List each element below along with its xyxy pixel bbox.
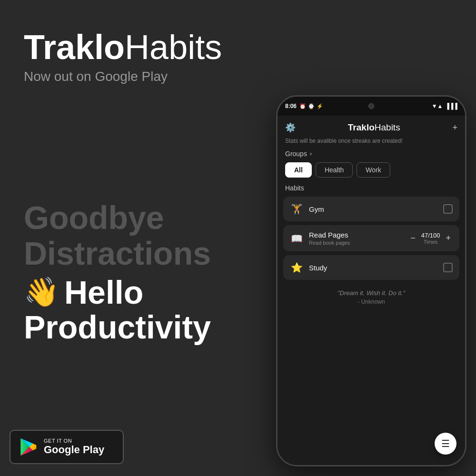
filter-all[interactable]: All [285, 162, 312, 178]
headline-section: TrakloHabits Now out on Google Play [24, 29, 222, 84]
phone-mockup: 8:06 ⏰ ⌚ ⚡ ▼▲ ▐▐▐ ⚙️ TrakloHabits + [276, 95, 466, 466]
camera-dot [368, 103, 374, 109]
status-bar: 8:06 ⏰ ⌚ ⚡ ▼▲ ▐▐▐ [278, 97, 465, 116]
quote-text: "Dream it. Wish it. Do it." [285, 289, 457, 297]
get-it-on-label: GET IT ON [44, 438, 104, 444]
fab-icon: ☰ [441, 438, 450, 449]
productivity-text: Productivity [24, 308, 211, 346]
read-pages-name: Read Pages [309, 231, 403, 239]
current-value: 47 [421, 232, 428, 239]
bolt-icon: ⚡ [317, 103, 323, 109]
habit-gym-name: Gym [309, 205, 437, 213]
stats-notice: Stats will be avalible once streaks are … [278, 138, 465, 150]
status-right-icons: ▼▲ ▐▐▐ [432, 103, 457, 109]
total-value: 100 [430, 232, 440, 239]
phone-outer: 8:06 ⏰ ⌚ ⚡ ▼▲ ▐▐▐ ⚙️ TrakloHabits + [276, 95, 466, 466]
filter-health[interactable]: Health [316, 162, 353, 178]
counter-controls: − 47/100 Times + [408, 232, 453, 245]
goodbye-line2: Distractions [24, 236, 211, 271]
hello-row: 👋 Hello [24, 274, 211, 311]
counter-times: Times [421, 239, 440, 245]
groups-label: Groups [285, 150, 307, 158]
quote-section: "Dream it. Wish it. Do it." - Unknown [278, 289, 465, 305]
status-time: 8:06 [285, 103, 297, 109]
app-content: ⚙️ TrakloHabits + Stats will be avalible… [278, 116, 465, 465]
app-title-bold: Traklo [24, 28, 125, 66]
timer-icon: ⌚ [308, 103, 315, 109]
habit-read-pages: 📖 Read Pages Read book pages − 47/100 Ti… [283, 225, 459, 251]
filter-work[interactable]: Work [357, 162, 390, 178]
read-pages-subtext: Read book pages [309, 240, 403, 246]
increment-button[interactable]: + [444, 233, 453, 243]
alarm-icon: ⏰ [299, 103, 306, 109]
signal-bars: ▐▐▐ [445, 103, 457, 109]
settings-icon[interactable]: ⚙️ [285, 122, 296, 133]
groups-chevron: › [310, 150, 312, 157]
study-checkbox[interactable] [443, 263, 453, 272]
hero-text: Goodbye Distractions 👋 Hello Productivit… [24, 200, 211, 346]
add-icon[interactable]: + [452, 123, 457, 133]
habits-label: Habits [278, 184, 465, 197]
wifi-icon: ▼▲ [432, 103, 443, 109]
google-play-label: Google Play [44, 444, 104, 456]
wave-emoji: 👋 [24, 275, 60, 309]
google-play-icon [17, 436, 38, 457]
counter-value-block: 47/100 Times [421, 232, 440, 245]
gym-checkbox[interactable] [443, 204, 453, 214]
habit-gym: 🏋 Gym [283, 197, 459, 221]
habit-study: ⭐ Study [283, 255, 459, 280]
app-header-title: TrakloHabits [348, 122, 400, 133]
status-icons: ⏰ ⌚ ⚡ [299, 103, 323, 109]
app-title: TrakloHabits [24, 29, 222, 66]
filter-buttons: All Health Work [278, 162, 465, 184]
app-subtitle: Now out on Google Play [24, 69, 222, 84]
counter-value: 47/100 [421, 232, 440, 239]
book-icon: 📖 [290, 233, 303, 244]
google-play-badge[interactable]: GET IT ON Google Play [10, 430, 124, 464]
header-title-light: Habits [375, 122, 400, 132]
goodbye-line1: Goodbye [24, 200, 211, 236]
fab-button[interactable]: ☰ [435, 433, 456, 455]
gym-icon: 🏋 [290, 203, 303, 215]
groups-row[interactable]: Groups › [278, 150, 465, 162]
habit-study-name: Study [309, 264, 437, 272]
read-pages-info: Read Pages Read book pages [309, 231, 403, 246]
badge-text: GET IT ON Google Play [44, 438, 104, 456]
study-icon: ⭐ [290, 262, 303, 273]
app-header: ⚙️ TrakloHabits + [278, 116, 465, 138]
hello-text: Hello [64, 274, 143, 311]
decrement-button[interactable]: − [408, 233, 417, 243]
header-title-bold: Traklo [348, 122, 375, 132]
app-title-light: Habits [125, 28, 222, 66]
quote-author: - Unknown [285, 298, 457, 305]
